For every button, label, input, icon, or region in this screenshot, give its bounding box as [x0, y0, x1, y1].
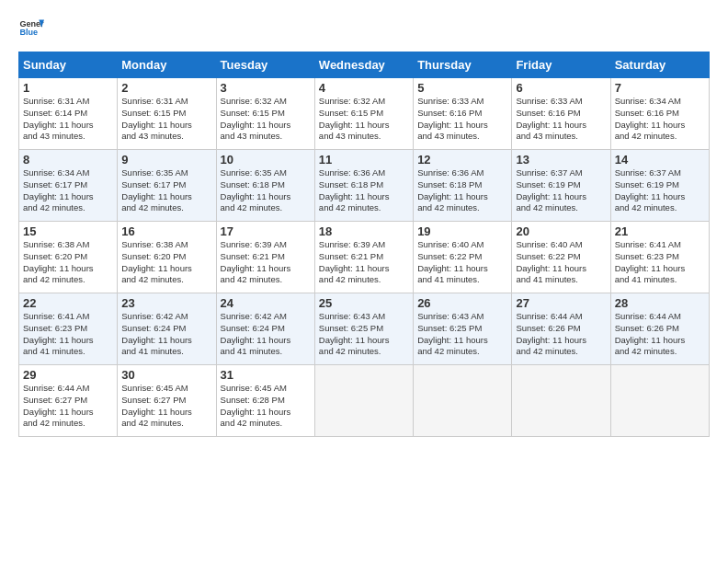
- day-info: Sunrise: 6:34 AMSunset: 6:17 PMDaylight:…: [23, 167, 113, 214]
- day-number: 21: [615, 224, 705, 238]
- day-info: Sunrise: 6:33 AMSunset: 6:16 PMDaylight:…: [516, 96, 606, 143]
- day-number: 5: [417, 81, 507, 95]
- day-info: Sunrise: 6:43 AMSunset: 6:25 PMDaylight:…: [319, 311, 409, 358]
- weekday-header-row: SundayMondayTuesdayWednesdayThursdayFrid…: [19, 52, 710, 78]
- day-info: Sunrise: 6:36 AMSunset: 6:18 PMDaylight:…: [319, 167, 409, 214]
- day-info: Sunrise: 6:44 AMSunset: 6:27 PMDaylight:…: [23, 383, 113, 430]
- day-number: 10: [221, 153, 311, 167]
- day-info: Sunrise: 6:39 AMSunset: 6:21 PMDaylight:…: [221, 239, 311, 286]
- calendar-day: 28Sunrise: 6:44 AMSunset: 6:26 PMDayligh…: [610, 293, 709, 365]
- calendar-day: 29Sunrise: 6:44 AMSunset: 6:27 PMDayligh…: [19, 365, 118, 437]
- day-number: 22: [23, 296, 113, 310]
- calendar-week-3: 15Sunrise: 6:38 AMSunset: 6:20 PMDayligh…: [19, 222, 710, 293]
- calendar-day: 25Sunrise: 6:43 AMSunset: 6:25 PMDayligh…: [314, 293, 413, 365]
- day-number: 1: [23, 81, 113, 95]
- calendar-day: [610, 365, 709, 437]
- day-info: Sunrise: 6:44 AMSunset: 6:26 PMDaylight:…: [615, 311, 705, 358]
- day-info: Sunrise: 6:43 AMSunset: 6:25 PMDaylight:…: [417, 311, 507, 358]
- calendar-day: 18Sunrise: 6:39 AMSunset: 6:21 PMDayligh…: [314, 222, 413, 293]
- day-number: 12: [417, 153, 507, 167]
- calendar-day: 10Sunrise: 6:35 AMSunset: 6:18 PMDayligh…: [216, 150, 314, 222]
- calendar-day: 20Sunrise: 6:40 AMSunset: 6:22 PMDayligh…: [512, 222, 610, 293]
- day-number: 8: [23, 153, 113, 167]
- day-number: 30: [121, 368, 211, 382]
- calendar-day: [512, 365, 610, 437]
- day-number: 9: [121, 153, 211, 167]
- calendar-day: 2Sunrise: 6:31 AMSunset: 6:15 PMDaylight…: [118, 78, 216, 150]
- calendar-week-5: 29Sunrise: 6:44 AMSunset: 6:27 PMDayligh…: [19, 365, 710, 437]
- weekday-header-tuesday: Tuesday: [216, 52, 314, 78]
- day-number: 26: [417, 296, 507, 310]
- day-number: 16: [121, 224, 211, 238]
- day-number: 18: [319, 224, 409, 238]
- calendar-day: 14Sunrise: 6:37 AMSunset: 6:19 PMDayligh…: [610, 150, 709, 222]
- weekday-header-friday: Friday: [512, 52, 610, 78]
- day-number: 28: [615, 296, 705, 310]
- day-info: Sunrise: 6:35 AMSunset: 6:18 PMDaylight:…: [221, 167, 311, 214]
- day-number: 23: [121, 296, 211, 310]
- calendar-day: [314, 365, 413, 437]
- day-number: 19: [417, 224, 507, 238]
- day-number: 31: [221, 368, 311, 382]
- day-info: Sunrise: 6:31 AMSunset: 6:15 PMDaylight:…: [121, 96, 211, 143]
- weekday-header-monday: Monday: [118, 52, 216, 78]
- calendar-week-2: 8Sunrise: 6:34 AMSunset: 6:17 PMDaylight…: [19, 150, 710, 222]
- day-info: Sunrise: 6:38 AMSunset: 6:20 PMDaylight:…: [23, 239, 113, 286]
- day-number: 27: [516, 296, 606, 310]
- weekday-header-saturday: Saturday: [610, 52, 709, 78]
- day-info: Sunrise: 6:34 AMSunset: 6:16 PMDaylight:…: [615, 96, 705, 143]
- calendar-day: 9Sunrise: 6:35 AMSunset: 6:17 PMDaylight…: [118, 150, 216, 222]
- calendar-day: 7Sunrise: 6:34 AMSunset: 6:16 PMDaylight…: [610, 78, 709, 150]
- calendar-day: 26Sunrise: 6:43 AMSunset: 6:25 PMDayligh…: [414, 293, 512, 365]
- calendar-day: 15Sunrise: 6:38 AMSunset: 6:20 PMDayligh…: [19, 222, 118, 293]
- calendar-day: 6Sunrise: 6:33 AMSunset: 6:16 PMDaylight…: [512, 78, 610, 150]
- day-number: 7: [615, 81, 705, 95]
- day-number: 13: [516, 153, 606, 167]
- calendar-table: SundayMondayTuesdayWednesdayThursdayFrid…: [18, 52, 710, 437]
- calendar-week-4: 22Sunrise: 6:41 AMSunset: 6:23 PMDayligh…: [19, 293, 710, 365]
- calendar-day: 21Sunrise: 6:41 AMSunset: 6:23 PMDayligh…: [610, 222, 709, 293]
- calendar-day: 11Sunrise: 6:36 AMSunset: 6:18 PMDayligh…: [314, 150, 413, 222]
- day-number: 25: [319, 296, 409, 310]
- calendar-day: 22Sunrise: 6:41 AMSunset: 6:23 PMDayligh…: [19, 293, 118, 365]
- calendar-day: 23Sunrise: 6:42 AMSunset: 6:24 PMDayligh…: [118, 293, 216, 365]
- weekday-header-wednesday: Wednesday: [314, 52, 413, 78]
- calendar-day: 19Sunrise: 6:40 AMSunset: 6:22 PMDayligh…: [414, 222, 512, 293]
- day-info: Sunrise: 6:44 AMSunset: 6:26 PMDaylight:…: [516, 311, 606, 358]
- day-info: Sunrise: 6:45 AMSunset: 6:27 PMDaylight:…: [121, 383, 211, 430]
- calendar-day: 16Sunrise: 6:38 AMSunset: 6:20 PMDayligh…: [118, 222, 216, 293]
- day-info: Sunrise: 6:41 AMSunset: 6:23 PMDaylight:…: [23, 311, 113, 358]
- day-number: 2: [121, 81, 211, 95]
- day-number: 3: [221, 81, 311, 95]
- calendar-day: 8Sunrise: 6:34 AMSunset: 6:17 PMDaylight…: [19, 150, 118, 222]
- day-info: Sunrise: 6:45 AMSunset: 6:28 PMDaylight:…: [221, 383, 311, 430]
- calendar-week-1: 1Sunrise: 6:31 AMSunset: 6:14 PMDaylight…: [19, 78, 710, 150]
- day-number: 20: [516, 224, 606, 238]
- day-info: Sunrise: 6:38 AMSunset: 6:20 PMDaylight:…: [121, 239, 211, 286]
- day-info: Sunrise: 6:32 AMSunset: 6:15 PMDaylight:…: [319, 96, 409, 143]
- day-number: 11: [319, 153, 409, 167]
- day-info: Sunrise: 6:42 AMSunset: 6:24 PMDaylight:…: [121, 311, 211, 358]
- calendar-day: 5Sunrise: 6:33 AMSunset: 6:16 PMDaylight…: [414, 78, 512, 150]
- day-info: Sunrise: 6:36 AMSunset: 6:18 PMDaylight:…: [417, 167, 507, 214]
- day-info: Sunrise: 6:42 AMSunset: 6:24 PMDaylight:…: [221, 311, 311, 358]
- day-info: Sunrise: 6:40 AMSunset: 6:22 PMDaylight:…: [417, 239, 507, 286]
- day-number: 29: [23, 368, 113, 382]
- calendar-day: 30Sunrise: 6:45 AMSunset: 6:27 PMDayligh…: [118, 365, 216, 437]
- weekday-header-thursday: Thursday: [414, 52, 512, 78]
- calendar-day: 4Sunrise: 6:32 AMSunset: 6:15 PMDaylight…: [314, 78, 413, 150]
- day-number: 24: [221, 296, 311, 310]
- day-info: Sunrise: 6:37 AMSunset: 6:19 PMDaylight:…: [615, 167, 705, 214]
- day-number: 6: [516, 81, 606, 95]
- day-info: Sunrise: 6:35 AMSunset: 6:17 PMDaylight:…: [121, 167, 211, 214]
- day-number: 17: [221, 224, 311, 238]
- day-info: Sunrise: 6:32 AMSunset: 6:15 PMDaylight:…: [221, 96, 311, 143]
- day-info: Sunrise: 6:39 AMSunset: 6:21 PMDaylight:…: [319, 239, 409, 286]
- day-info: Sunrise: 6:33 AMSunset: 6:16 PMDaylight:…: [417, 96, 507, 143]
- day-info: Sunrise: 6:40 AMSunset: 6:22 PMDaylight:…: [516, 239, 606, 286]
- svg-text:Blue: Blue: [19, 28, 38, 37]
- day-info: Sunrise: 6:37 AMSunset: 6:19 PMDaylight:…: [516, 167, 606, 214]
- calendar-day: 12Sunrise: 6:36 AMSunset: 6:18 PMDayligh…: [414, 150, 512, 222]
- calendar-day: 24Sunrise: 6:42 AMSunset: 6:24 PMDayligh…: [216, 293, 314, 365]
- page-header: General Blue: [18, 15, 710, 40]
